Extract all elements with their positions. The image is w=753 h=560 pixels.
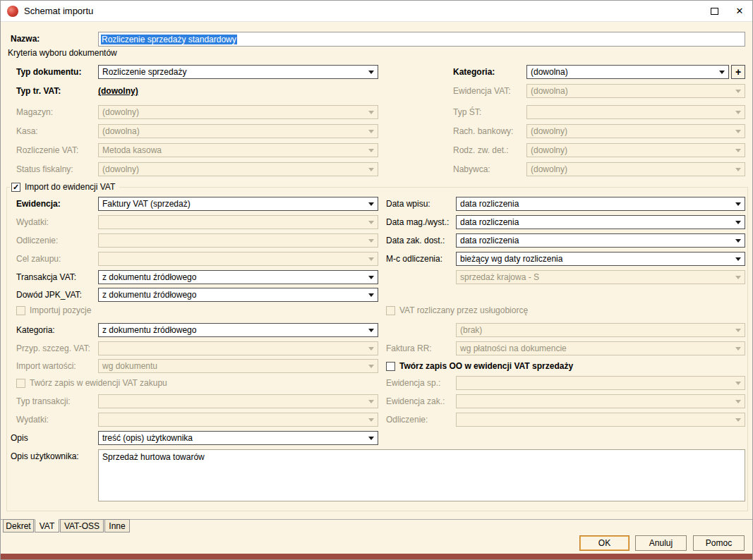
nabywca-label: Nabywca: xyxy=(453,162,490,176)
titlebar: Schemat importu ✕ xyxy=(1,1,752,22)
checkbox-unchecked-icon xyxy=(386,362,395,371)
importuj-pozycje-checkbox: Importuj pozycje xyxy=(16,305,91,316)
magazyn-value: (dowolny) xyxy=(99,107,365,117)
tworz-zapis-oo-checkbox[interactable]: Twórz zapis OO w ewidencji VAT sprzedaży xyxy=(386,360,573,372)
odliczenie2-dropdown xyxy=(456,413,745,427)
maximize-button[interactable] xyxy=(701,1,727,22)
ok-button[interactable]: OK xyxy=(579,535,629,551)
status-fiskalny-dropdown: (dowolny) xyxy=(98,162,378,176)
chevron-down-icon xyxy=(732,252,745,265)
ewidencja-sp-label: Ewidencja sp.: xyxy=(386,376,440,390)
kategoria-domyslna-value: (brak) xyxy=(457,325,732,335)
close-button[interactable]: ✕ xyxy=(727,1,752,22)
odliczenie1-dropdown xyxy=(98,233,378,248)
chevron-down-icon xyxy=(365,432,378,444)
wydatki1-label: Wydatki: xyxy=(16,215,49,229)
import-wartosci-value: wg dokumentu xyxy=(99,361,365,371)
chevron-down-icon xyxy=(365,163,378,176)
chevron-down-icon xyxy=(732,413,745,426)
odliczenie1-label: Odliczenie: xyxy=(16,233,58,248)
faktura-rr-value: wg płatności na dokumencie xyxy=(457,343,732,353)
chevron-down-icon xyxy=(365,395,378,408)
rozliczenie-vat-label: Rozliczenie VAT: xyxy=(16,143,78,157)
tab-dekret[interactable]: Dekret xyxy=(3,519,34,532)
dowod-jpk-vat-label: Dowód JPK_VAT: xyxy=(16,288,82,302)
chevron-down-icon xyxy=(732,144,745,157)
opis-uzytkownika-label: Opis użytkownika: xyxy=(11,449,79,463)
chevron-down-icon xyxy=(732,271,745,284)
dowod-jpk-vat-value: z dokumentu źródłowego xyxy=(99,290,365,300)
maximize-icon xyxy=(711,8,718,15)
opis-dropdown[interactable]: treść (opis) użytkownika xyxy=(98,431,378,445)
checkbox-checked-icon xyxy=(11,183,20,192)
nazwa-input[interactable]: Rozliczenie sprzedaży standardowy xyxy=(98,32,745,47)
kategoria-vat-dropdown[interactable]: z dokumentu źródłowego xyxy=(98,323,378,337)
odliczenie2-label: Odliczenie: xyxy=(386,413,428,427)
cel-zakupu-dropdown xyxy=(98,252,378,266)
add-kategoria-button[interactable]: + xyxy=(731,65,745,79)
chevron-down-icon xyxy=(732,377,745,389)
rozliczenie-vat-value: Metoda kasowa xyxy=(99,145,365,155)
import-do-ewidencji-vat-checkbox[interactable]: Import do ewidencji VAT xyxy=(10,181,119,193)
chevron-down-icon xyxy=(365,288,378,301)
help-button[interactable]: Pomoc xyxy=(693,535,745,551)
chevron-down-icon xyxy=(732,216,745,229)
typ-dokumentu-dropdown[interactable]: Rozliczenie sprzedaży xyxy=(98,65,378,79)
rodz-zw-det-value: (dowolny) xyxy=(527,145,732,155)
data-zak-dost-label: Data zak. dost.: xyxy=(386,233,445,248)
chevron-down-icon xyxy=(716,66,728,78)
typ-st-label: Typ ŚT: xyxy=(453,105,481,119)
kasa-dropdown: (dowolna) xyxy=(98,124,378,138)
przyp-szczeg-vat-dropdown xyxy=(98,341,378,355)
transakcja-vat-dropdown[interactable]: z dokumentu źródłowego xyxy=(98,270,378,284)
data-wpisu-dropdown[interactable]: data rozliczenia xyxy=(456,197,745,211)
rodz-zw-det-dropdown: (dowolny) xyxy=(526,143,745,157)
chevron-down-icon xyxy=(365,413,378,426)
data-mag-wyst-dropdown[interactable]: data rozliczenia xyxy=(456,215,745,229)
mc-odliczenia-dropdown[interactable]: bieżący wg daty rozliczenia xyxy=(456,252,745,266)
mc-odliczenia-label: M-c odliczenia: xyxy=(386,252,442,266)
wydatki2-dropdown xyxy=(98,413,378,427)
checkbox-unchecked-icon xyxy=(16,306,25,315)
import-wartosci-label: Import wartości: xyxy=(16,359,76,373)
chevron-down-icon xyxy=(365,252,378,265)
chevron-down-icon xyxy=(365,106,378,118)
ewidencja-dropdown[interactable]: Faktury VAT (sprzedaż) xyxy=(98,197,378,211)
nabywca-dropdown: (dowolny) xyxy=(526,162,745,176)
chevron-down-icon xyxy=(732,342,745,355)
schemat-importu-dialog: Schemat importu ✕ Nazwa: Rozliczenie spr… xyxy=(0,0,753,560)
chevron-down-icon xyxy=(732,234,745,247)
wydatki2-label: Wydatki: xyxy=(16,413,49,427)
checkbox-unchecked-icon xyxy=(16,379,25,388)
opis-uzytkownika-textarea[interactable]: Sprzedaż hurtowa towarów xyxy=(98,449,745,501)
vat-rozliczany-checkbox: VAT rozliczany przez usługobiorcę xyxy=(386,305,528,316)
data-zak-dost-dropdown[interactable]: data rozliczenia xyxy=(456,233,745,248)
tab-vat[interactable]: VAT xyxy=(35,519,59,532)
typ-tr-vat-link[interactable]: (dowolny) xyxy=(98,84,138,98)
kategoria-criteria-dropdown[interactable]: (dowolna) xyxy=(526,65,729,79)
importuj-pozycje-label: Importuj pozycje xyxy=(30,305,91,315)
typ-transakcji-label: Typ transakcji: xyxy=(16,394,71,408)
ewidencja-vat-dropdown: (dowolna) xyxy=(526,84,745,98)
chevron-down-icon xyxy=(732,197,745,210)
chevron-down-icon xyxy=(365,144,378,157)
kasa-label: Kasa: xyxy=(16,124,38,138)
magazyn-dropdown: (dowolny) xyxy=(98,105,378,119)
tworz-zapis-oo-label: Twórz zapis OO w ewidencji VAT sprzedaży xyxy=(399,361,573,371)
rach-bankowy-label: Rach. bankowy: xyxy=(453,124,513,138)
dowod-jpk-vat-dropdown[interactable]: z dokumentu źródłowego xyxy=(98,288,378,302)
nazwa-label: Nazwa: xyxy=(11,32,40,46)
chevron-down-icon xyxy=(365,234,378,247)
criteria-header: Kryteria wyboru dokumentów xyxy=(8,46,117,60)
cancel-button[interactable]: Anuluj xyxy=(635,535,687,551)
cel-zakupu-label: Cel zakupu: xyxy=(16,252,61,266)
typ-dokumentu-label: Typ dokumentu: xyxy=(16,65,81,79)
chevron-down-icon xyxy=(732,106,745,118)
import-wartosci-dropdown: wg dokumentu xyxy=(98,359,378,373)
magazyn-label: Magazyn: xyxy=(16,105,53,119)
tab-vat-oss[interactable]: VAT-OSS xyxy=(60,519,104,532)
tab-inne[interactable]: Inne xyxy=(104,519,130,532)
app-icon xyxy=(7,6,18,17)
typ-st-dropdown xyxy=(526,105,745,119)
close-icon: ✕ xyxy=(736,6,744,16)
